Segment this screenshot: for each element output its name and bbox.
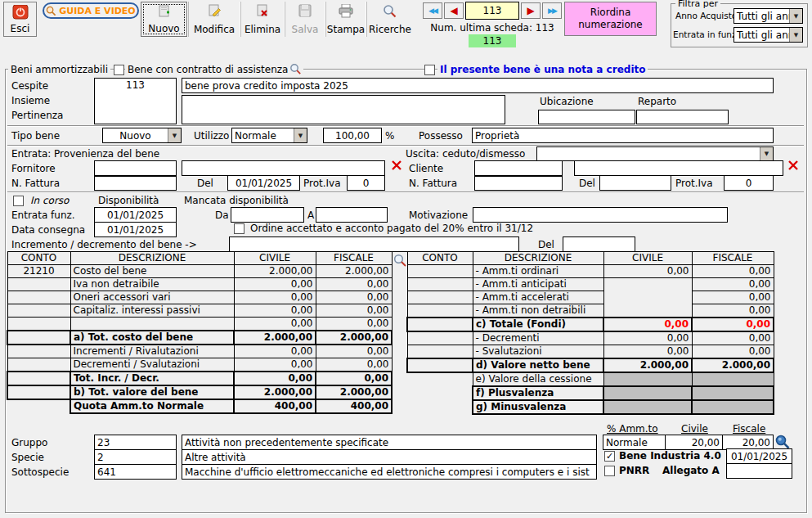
fornitore-name-field[interactable] — [182, 160, 385, 176]
nav-first-button[interactable]: ◀◀ — [423, 2, 442, 19]
search-icon — [382, 4, 398, 19]
pnrr-label: PNRR — [619, 465, 649, 476]
cell-civile: 0,00 — [603, 318, 692, 331]
table-row: - Decrementi0,000,00 — [407, 331, 774, 345]
cell-fiscale: 0,00 — [692, 318, 774, 331]
disponibilita-da-field[interactable] — [231, 207, 304, 223]
data-consegna-field[interactable]: 01/01/2025 — [94, 222, 177, 237]
fornitore-code-field[interactable] — [94, 160, 177, 176]
in-corso-checkbox[interactable] — [13, 196, 24, 206]
table-row: a) Tot. costo del bene2.000,002.000,00 — [7, 331, 392, 345]
cell-civile: 0,00 — [603, 331, 692, 345]
anno-acquisto-select[interactable]: Tutti gli ann — [733, 8, 803, 24]
allegato-a-field[interactable] — [726, 463, 792, 479]
cespite-field[interactable]: 113 — [94, 78, 177, 124]
cell-desc: Oneri accessori vari — [70, 291, 234, 304]
utilizzo-pct-field[interactable]: 100,00 — [323, 128, 382, 143]
industria-date-field[interactable]: 01/01/2025 — [726, 448, 792, 464]
modifica-button[interactable]: Modifica — [188, 2, 240, 37]
incremento-del-field[interactable] — [563, 236, 635, 252]
stampa-button[interactable]: Stampa — [325, 2, 366, 37]
reparto-field[interactable] — [636, 110, 729, 124]
mancata-disponibilita-label: Mancata disponibilità — [184, 195, 289, 206]
specie-field[interactable]: 2 — [94, 449, 177, 465]
nuovo-button[interactable]: Nuovo — [141, 2, 187, 37]
gruppo-field[interactable]: 23 — [94, 435, 177, 450]
assistenza-search-icon[interactable] — [288, 63, 303, 75]
tipo-bene-select[interactable]: Nuovo — [102, 128, 182, 143]
cell-conto — [407, 291, 473, 304]
industria-40-checkbox[interactable]: ✓ — [604, 451, 615, 462]
n-fattura-entrata-field[interactable] — [94, 176, 177, 191]
clear-cliente-icon[interactable] — [787, 159, 800, 172]
salva-button[interactable]: Salva — [285, 2, 325, 37]
cell-conto — [407, 318, 473, 331]
table-row: Iva non detraibile0,000,00 — [7, 278, 392, 291]
costo-search-icon[interactable] — [393, 254, 407, 268]
cell-desc: Costo del bene — [70, 265, 234, 278]
pct-civile-field[interactable]: 20,00 — [665, 435, 723, 450]
guida-e-video-button[interactable]: GUIDA E VIDEO — [43, 2, 139, 19]
fornitore-label: Fornitore — [11, 163, 56, 174]
cell-desc: Tot. Incr. / Decr. — [70, 372, 234, 385]
descrizione-field[interactable]: bene prova credito imposta 2025 — [182, 78, 774, 93]
del-entrata-field[interactable]: 01/01/2025 — [227, 175, 300, 191]
nota-credito-checkbox[interactable] — [424, 65, 435, 75]
motivazione-field[interactable] — [473, 207, 728, 223]
table-row: Tot. Incr. / Decr.0,000,00 — [7, 372, 392, 385]
del-uscita-field[interactable] — [599, 175, 671, 191]
utilizzo-select[interactable]: Normale — [231, 128, 307, 143]
chevron-down-icon[interactable] — [294, 128, 307, 142]
chevron-down-icon[interactable] — [789, 28, 802, 42]
sottospecie-desc-field: Macchine d'ufficio elettromeccaniche ed … — [182, 464, 597, 480]
contratto-assistenza-checkbox[interactable] — [114, 65, 124, 75]
table-row: - Svalutazioni0,000,00 — [407, 345, 774, 359]
nav-last-button[interactable]: ▶▶ — [542, 2, 562, 19]
industria-40-label: Bene Industria 4.0 — [619, 450, 721, 462]
entrata-title: Entrata: Provenienza del bene — [11, 148, 159, 160]
nuovo-label: Nuovo — [148, 24, 179, 34]
ricerche-button[interactable]: Ricerche — [366, 2, 413, 37]
cell-desc: f) Plusvalenza — [473, 386, 603, 400]
pnrr-checkbox[interactable] — [604, 466, 615, 476]
disponibilita-a-field[interactable] — [316, 207, 388, 223]
clear-fornitore-icon[interactable] — [390, 159, 403, 172]
insieme-field[interactable] — [182, 95, 505, 124]
entrata-funz-field[interactable]: 01/01/2025 — [94, 207, 177, 223]
costi-table: CONTODESCRIZIONECIVILEFISCALE21210Costo … — [7, 251, 393, 414]
sottospecie-field[interactable]: 641 — [94, 464, 177, 480]
prot-iva-uscita-field[interactable]: 0 — [724, 175, 774, 191]
cell-fiscale: 0,00 — [692, 291, 774, 304]
cell-desc: - Svalutazioni — [473, 345, 603, 359]
incremento-del-label: Del — [538, 239, 554, 250]
table-row: 0,000,00 — [7, 318, 392, 331]
ordine-checkbox[interactable] — [234, 223, 244, 234]
possesso-field[interactable]: Proprietà — [472, 128, 774, 143]
cell-conto — [407, 358, 473, 372]
elimina-button[interactable]: Elimina — [240, 2, 284, 37]
riordina-numerazione-button[interactable]: Riordina numerazione — [564, 2, 657, 36]
pct-ammto-header: % Amm.to — [607, 423, 658, 435]
esci-button[interactable]: Esci — [3, 2, 37, 37]
ammortamento-search-icon[interactable] — [774, 434, 791, 450]
cliente-name-field[interactable] — [574, 160, 783, 176]
entrata-funzione-select[interactable]: Tutti gli ann — [733, 27, 803, 43]
prot-iva-entrata-field[interactable]: 0 — [347, 175, 385, 191]
chevron-down-icon[interactable] — [168, 128, 181, 142]
tipo-ammortamento-field[interactable]: Normale — [603, 435, 666, 450]
cell-desc: g) Minusvalenza — [473, 400, 603, 414]
ubicazione-field[interactable] — [538, 110, 635, 124]
uscita-select[interactable] — [536, 146, 774, 161]
nav-next-button[interactable]: ▶ — [521, 2, 541, 19]
last-record-caption: Num. ultima scheda: 113 — [420, 22, 564, 34]
record-number-field[interactable]: 113 — [465, 2, 519, 20]
incremento-field[interactable] — [229, 236, 519, 252]
nav-prev-button[interactable]: ◀ — [444, 2, 464, 19]
chevron-down-icon[interactable] — [789, 9, 802, 23]
n-fattura-uscita-field[interactable] — [474, 176, 563, 191]
cell-civile — [603, 372, 692, 386]
chevron-down-icon[interactable] — [760, 147, 773, 160]
cliente-code-field[interactable] — [474, 160, 563, 176]
nota-credito-label: Il presente bene è una nota a credito — [437, 64, 648, 75]
cell-desc: Capitaliz. interessi passivi — [70, 304, 234, 318]
